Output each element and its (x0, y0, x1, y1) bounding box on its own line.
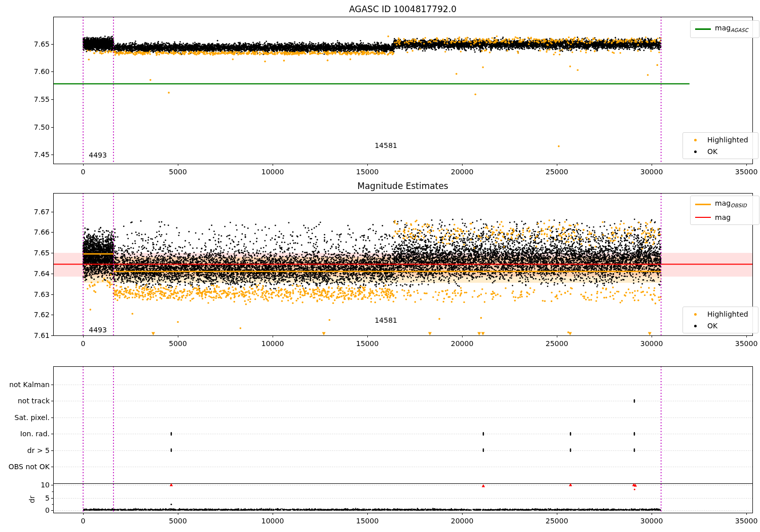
legend-item: OK (688, 321, 753, 330)
legend-dot-swatch (688, 325, 703, 327)
x-tick-label: 10000 (252, 339, 293, 348)
legend-label: Highlighted (707, 310, 748, 319)
figure: AGASC ID 1004817792.0 Magnitude Estimate… (0, 0, 760, 532)
x-tick-label: 0 (63, 339, 103, 348)
y-tick-label: 7.64 (18, 270, 50, 278)
legend-line-swatch (695, 217, 711, 218)
legend-item: magOBSID (695, 199, 754, 210)
swatch (694, 313, 697, 316)
legend-item: mag (695, 213, 754, 222)
legend-item: Highlighted (688, 310, 753, 319)
x-tick-label: 35000 (726, 168, 760, 176)
legend-label: mag (715, 213, 731, 222)
obsid-annotation: 4493 (75, 326, 121, 334)
legend-box: magAGASC (690, 20, 759, 38)
legend-item: OK (688, 147, 753, 156)
legend-label-subscript: OBSID (731, 203, 747, 208)
legend-dot-swatch (688, 150, 703, 153)
y-tick-label: 7.65 (18, 249, 50, 257)
x-tick-label: 15000 (347, 517, 388, 525)
flag-category-label: dr > 5 (0, 446, 50, 454)
x-tick-label: 5000 (158, 168, 198, 176)
obsid-annotation: 4493 (75, 151, 121, 159)
swatch (694, 150, 697, 153)
y-tick-label: 7.67 (18, 208, 50, 216)
obsid-annotation: 14581 (363, 316, 409, 324)
y-tick-label: 7.60 (18, 67, 50, 75)
legend-label-text: OK (707, 322, 717, 330)
legend-label-text: mag (715, 213, 731, 221)
legend-label: magOBSID (715, 199, 747, 210)
x-tick-label: 30000 (631, 339, 672, 348)
y-tick-label: 7.65 (18, 40, 50, 48)
legend-line-swatch (695, 204, 711, 205)
x-tick-label: 25000 (537, 339, 577, 348)
legend-box: HighlightedOK (682, 307, 758, 333)
legend-label-text: mag (715, 24, 731, 32)
x-tick-label: 30000 (631, 168, 672, 176)
legend-label: OK (707, 321, 717, 330)
dr-tick-label: 0 (18, 506, 50, 514)
legend-dot-swatch (688, 313, 703, 316)
legend-item: magAGASC (695, 23, 754, 35)
y-tick-label: 7.62 (18, 311, 50, 319)
y-tick-label: 7.63 (18, 290, 50, 298)
obsid-annotation: 14581 (363, 141, 409, 149)
legend-dot-swatch (688, 139, 703, 141)
legend-label-text: Highlighted (707, 310, 748, 318)
x-tick-label: 5000 (158, 517, 198, 525)
flag-category-label: not track (0, 397, 50, 405)
legend-box: HighlightedOK (682, 132, 758, 159)
x-tick-label: 35000 (726, 517, 760, 525)
x-tick-label: 35000 (726, 339, 760, 348)
x-tick-label: 15000 (347, 168, 388, 176)
dr-tick-label: 10 (18, 481, 50, 489)
swatch (695, 204, 711, 205)
flag-category-label: Ion. rad. (0, 430, 50, 438)
x-tick-label: 0 (63, 168, 103, 176)
x-tick-label: 20000 (442, 168, 482, 176)
x-tick-label: 30000 (631, 517, 672, 525)
swatch (694, 139, 697, 141)
x-tick-label: 20000 (442, 339, 482, 348)
legend-label: OK (707, 147, 717, 156)
x-tick-label: 10000 (252, 517, 293, 525)
legend-label-text: mag (715, 199, 731, 207)
legend-label: Highlighted (707, 135, 748, 144)
legend-label-subscript: AGASC (731, 27, 748, 33)
x-tick-label: 0 (63, 517, 103, 525)
x-tick-label: 25000 (537, 168, 577, 176)
y-tick-label: 7.55 (18, 95, 50, 103)
swatch (695, 28, 711, 30)
flag-category-label: not Kalman (0, 381, 50, 389)
legend-label: magAGASC (715, 23, 748, 35)
x-tick-label: 25000 (537, 517, 577, 525)
flag-category-label: OBS not OK (0, 463, 50, 471)
legend-label-text: OK (707, 147, 717, 156)
y-tick-label: 7.45 (18, 150, 50, 159)
legend-line-swatch (695, 28, 711, 30)
legend-item: Highlighted (688, 135, 753, 144)
swatch (695, 217, 711, 218)
flag-category-label: Sat. pixel. (0, 413, 50, 422)
legend-label-text: Highlighted (707, 136, 748, 144)
dr-tick-label: 5 (18, 494, 50, 502)
middle-plot-title: Magnitude Estimates (301, 181, 504, 191)
x-tick-label: 10000 (252, 168, 293, 176)
top-plot-title: AGASC ID 1004817792.0 (301, 4, 504, 14)
x-tick-label: 15000 (347, 339, 388, 348)
plots-canvas (0, 0, 760, 532)
y-tick-label: 7.50 (18, 123, 50, 131)
y-tick-label: 7.61 (18, 331, 50, 339)
y-tick-label: 7.66 (18, 228, 50, 236)
x-tick-label: 20000 (442, 517, 482, 525)
legend-box: magOBSIDmag (690, 196, 759, 225)
x-tick-label: 5000 (158, 339, 198, 348)
swatch (694, 325, 697, 327)
